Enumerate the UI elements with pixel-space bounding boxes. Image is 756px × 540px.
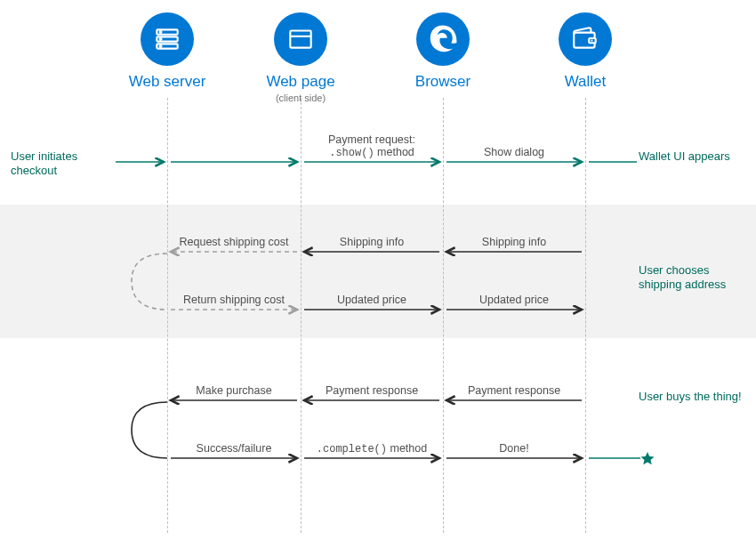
label-payment-request: Payment request: .show() method bbox=[304, 133, 439, 159]
label-payment-request-code: .show() bbox=[329, 147, 374, 159]
label-done: Done! bbox=[446, 442, 582, 455]
note-buys: User buys the thing! bbox=[639, 390, 745, 404]
label-payment-response-2: Payment response bbox=[446, 384, 582, 397]
label-success-failure: Success/failure bbox=[171, 442, 297, 455]
label-return-shipping: Return shipping cost bbox=[171, 294, 297, 306]
label-shipping-info-1: Shipping info bbox=[304, 236, 439, 248]
label-updated-price-2: Updated price bbox=[446, 294, 582, 306]
note-shipping: User chooses shipping address bbox=[639, 263, 745, 293]
label-request-shipping: Request shipping cost bbox=[171, 236, 297, 248]
label-shipping-info-2: Shipping info bbox=[446, 236, 582, 248]
label-complete-method: .complete() method bbox=[304, 442, 439, 455]
label-payment-response-1: Payment response bbox=[304, 384, 439, 397]
label-payment-request-l1: Payment request: bbox=[328, 133, 415, 146]
label-show-dialog: Show dialog bbox=[446, 146, 582, 158]
label-payment-request-suffix: method bbox=[374, 146, 414, 158]
label-complete-code: .complete() bbox=[317, 443, 387, 455]
label-make-purchase: Make purchase bbox=[171, 384, 297, 397]
note-wallet-ui: Wallet UI appears bbox=[639, 149, 745, 164]
label-complete-suffix: method bbox=[387, 442, 427, 455]
label-updated-price-1: Updated price bbox=[304, 294, 439, 306]
